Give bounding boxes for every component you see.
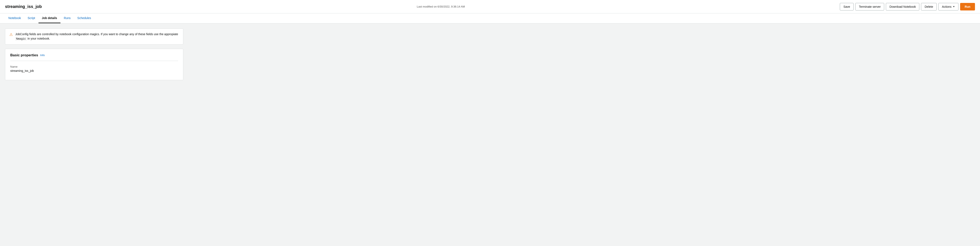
page-title: streaming_iss_job [5,4,42,9]
tabs-container: Notebook Script Job details Runs Schedul… [0,13,980,24]
actions-button[interactable]: Actions ▼ [939,3,958,10]
terminate-server-button[interactable]: Terminate server [855,3,884,10]
header-actions: Save Terminate server Download Notebook … [840,3,975,10]
tab-script[interactable]: Script [24,13,38,23]
main-content: ⚠ JobConfig fields are controlled by not… [0,24,188,85]
name-value: streaming_iss_job [10,69,178,72]
actions-label: Actions [942,5,951,8]
tab-runs[interactable]: Runs [60,13,74,23]
alert-box: ⚠ JobConfig fields are controlled by not… [5,29,183,45]
alert-text-part1: JobConfig fields are controlled by noteb… [15,32,178,36]
tab-job-details[interactable]: Job details [38,13,60,23]
info-link[interactable]: Info [40,54,45,57]
alert-text-part2: in your notebook. [27,37,50,40]
card-title: Basic properties [10,53,38,58]
warning-icon: ⚠ [10,32,13,37]
name-label: Name [10,65,178,68]
name-field-group: Name streaming_iss_job [10,65,178,72]
save-button[interactable]: Save [840,3,854,10]
alert-code: %magic [15,37,27,41]
card-header: Basic properties Info [10,53,178,61]
download-notebook-button[interactable]: Download Notebook [886,3,920,10]
chevron-down-icon: ▼ [953,5,955,8]
run-button[interactable]: Run [960,3,975,10]
page-header: streaming_iss_job Last modified on 6/30/… [0,0,980,13]
tab-notebook[interactable]: Notebook [5,13,24,23]
alert-text: JobConfig fields are controlled by noteb… [15,32,179,41]
last-modified-text: Last modified on 6/30/2022, 9:36:14 AM [45,5,837,8]
delete-button[interactable]: Delete [921,3,937,10]
tab-schedules[interactable]: Schedules [74,13,94,23]
basic-properties-card: Basic properties Info Name streaming_iss… [5,49,183,80]
